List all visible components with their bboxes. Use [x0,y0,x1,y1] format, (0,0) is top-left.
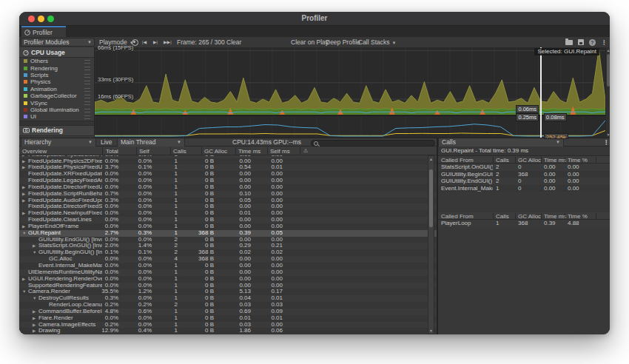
table-row[interactable]: Event.Internal_MakeMasterEventCurrent0.0… [19,263,437,269]
profiler-modules-dropdown[interactable]: Profiler Modules ▼ [21,38,95,47]
column-header-called-from[interactable]: Called From [441,213,474,220]
current-frame-button[interactable]: ▶▶| [164,37,172,47]
calls-lower-header[interactable]: Called FromCallsGC AllocTime msTime % [438,212,610,220]
column-header-gc-alloc[interactable]: GC Alloc [518,213,541,220]
table-row[interactable]: ▼DestroyCullResults0.3%0.0%10 B0.040.01 [19,295,437,302]
column-header-self-ms[interactable]: Self ms [270,148,290,155]
collapse-arrow-icon[interactable]: ▼ [33,249,36,256]
table-row[interactable]: ▶StatsScript.OnGUI() [Invoke]2.0%1.4%20 … [19,243,437,249]
clear-button[interactable]: Clear [226,37,241,47]
expand-arrow-icon[interactable]: ▶ [22,191,25,198]
table-row[interactable]: ▶Drawing12.9%0.4%10 B1.860.06 [19,328,437,334]
table-scrollbar[interactable]: ▲ ▼ [428,155,434,334]
cpu-legend-item[interactable]: Rendering [19,64,94,71]
column-header-gc-alloc[interactable]: GC Alloc [518,157,541,164]
drag-handle-icon[interactable] [84,109,90,112]
expand-arrow-icon[interactable]: ▶ [33,322,36,328]
search-field[interactable] [311,140,435,146]
column-header-time-%[interactable]: Time % [568,157,588,164]
current-frame-line[interactable] [540,47,542,138]
expand-arrow-icon[interactable]: ▶ [22,184,25,191]
table-row[interactable]: ▶CommandBuffer.BeforeImageEffects4.8%0.6… [19,309,437,315]
table-row[interactable]: ▶FixedUpdate.ScriptRunBehaviourFixedUpda… [19,191,437,198]
expand-arrow-icon[interactable]: ▶ [22,164,25,171]
table-row[interactable]: RenderLoop.CleanupNodeQueue0.2%0.2%20 B0… [19,302,437,309]
module-rendering-header[interactable]: Rendering [19,126,94,136]
scroll-up-icon[interactable]: ▲ [428,157,434,161]
column-header-time-ms[interactable]: Time ms [238,148,260,155]
table-header[interactable]: OverviewTotalSelfCallsGC AllocTime msSel… [19,146,437,155]
scroll-up-icon[interactable]: ▲ [606,48,610,53]
table-row[interactable]: ▶FixedUpdate.Physics2DFixedUpdate0.0%0.0… [19,158,437,165]
drag-handle-icon[interactable] [84,74,90,78]
column-header-calls[interactable]: Calls [496,213,509,220]
column-header-time-ms[interactable]: Time ms [544,157,566,164]
scroll-down-icon[interactable]: ▼ [428,328,434,333]
call-stacks-dropdown[interactable]: Call Stacks▼ [358,37,396,47]
drag-handle-icon[interactable] [84,81,90,84]
cpu-legend-item[interactable]: UI [19,113,94,120]
collapse-arrow-icon[interactable]: ▼ [33,295,36,302]
cpu-legend-item[interactable]: VSync [19,99,94,106]
table-row[interactable]: ▼GUIUtility.BeginGUI() [Invoke]0.1%0.1%2… [19,249,437,256]
column-header-time-%[interactable]: Time % [568,213,588,220]
column-header-self[interactable]: Self [139,148,149,155]
table-row[interactable]: ▶Flare.Render0.0%0.0%10 B0.010.01 [19,315,437,322]
scrollbar-thumb[interactable] [429,169,433,227]
scroll-down-icon[interactable]: ▼ [606,132,610,137]
table-row[interactable]: ▶FixedUpdate.PhysicsFixedUpdate3.7%0.1%1… [19,164,437,171]
table-row[interactable]: FixedUpdate.DirectorFixedSampleTime0.0%0… [19,203,437,210]
expand-arrow-icon[interactable]: ▶ [33,328,36,334]
table-row[interactable]: ▶Camera.ImageEffects0.2%0.0%10 B0.030.00 [19,322,437,328]
tab-profiler[interactable]: Profiler [21,26,66,37]
expand-arrow-icon[interactable]: ▶ [33,243,36,249]
module-cpu-header[interactable]: CPU Usage [19,47,94,58]
table-row[interactable]: ▶FixedUpdate.DirectorFixedUpdate0.0%0.0%… [19,184,437,191]
expand-arrow-icon[interactable]: ▶ [22,158,25,165]
expand-arrow-icon[interactable]: ▶ [22,198,25,204]
table-row[interactable]: SupportedRenderingFeatures.Get0.0%0.0%10… [19,283,437,289]
collapse-arrow-icon[interactable]: ▼ [22,230,26,237]
save-profile-icon[interactable] [578,39,584,45]
details-row[interactable]: Event.Internal_MakeMasterEventCurrent100… [438,185,610,192]
column-header-called-from[interactable]: Called From [441,157,474,164]
cpu-legend-item[interactable]: Physics [19,78,94,85]
load-profile-icon[interactable] [565,40,573,45]
drag-handle-icon[interactable] [84,101,90,105]
drag-handle-icon[interactable] [84,115,90,119]
expand-arrow-icon[interactable]: ▶ [22,210,25,217]
table-row[interactable]: ▶FixedUpdate.AudioFixedUpdate0.3%0.0%10 … [19,198,437,204]
table-row[interactable]: GUIUtility.EndGUI() [Invoke]0.0%0.0%20 B… [19,237,437,243]
expand-arrow-icon[interactable]: ▶ [22,276,25,283]
drag-handle-icon[interactable] [84,95,90,98]
expand-arrow-icon[interactable]: ▶ [22,223,25,230]
table-row[interactable]: UIElementsRuntimeUtilityNativeUpdate0.0%… [19,269,437,276]
table-row[interactable]: FixedUpdate.ClearLines0.0%0.0%10 B0.000.… [19,217,437,223]
cpu-legend-item[interactable]: Animation [19,86,94,92]
calls-upper-header[interactable]: Called FromCallsGC AllocTime msTime % [438,156,610,164]
cpu-legend-item[interactable]: Scripts [19,72,94,78]
table-row[interactable]: ▼Camera.Render35.5%1.2%10 B5.130.17 [19,289,437,295]
details-row[interactable]: GUIUtility.EndGUI() [Invoke]200.000.00 [438,178,610,185]
toolbar-menu-icon[interactable]: ⋮ [601,37,608,47]
collapse-arrow-icon[interactable]: ▼ [22,289,26,295]
drag-handle-icon[interactable] [84,67,90,70]
column-header-gc-alloc[interactable]: GC Alloc [204,148,227,155]
help-icon[interactable]: ? [589,39,596,46]
next-frame-button[interactable]: ▶| [153,37,158,47]
expand-arrow-icon[interactable]: ▶ [33,315,36,322]
profiler-charts[interactable]: 66ms (15FPS)33ms (30FPS)16ms (60FPS) Sel… [95,47,605,138]
table-row[interactable]: GC.Alloc0.0%0.0%4368 B0.000.00 [19,256,437,263]
cpu-legend-item[interactable]: GarbageCollector [19,92,94,99]
column-header-total[interactable]: Total [106,148,118,155]
cpu-legend-item[interactable]: Others [19,58,94,64]
drag-handle-icon[interactable] [84,88,90,92]
column-header-overview[interactable]: Overview [22,148,47,155]
table-row[interactable]: FixedUpdate.LegacyFixedAnimationUpdate0.… [19,178,437,184]
expand-arrow-icon[interactable]: ▶ [33,309,36,315]
table-row[interactable]: ▼GUI.Repaint2.7%0.3%1368 B0.390.05 [19,230,437,237]
table-row[interactable]: ▶PlayerEndOfFrame0.0%0.0%10 B0.000.00 [19,223,437,230]
deep-profile-toggle[interactable]: Deep Profile [326,37,360,47]
cpu-legend-item[interactable]: Global Illumination [19,107,94,113]
search-input[interactable] [320,141,431,146]
